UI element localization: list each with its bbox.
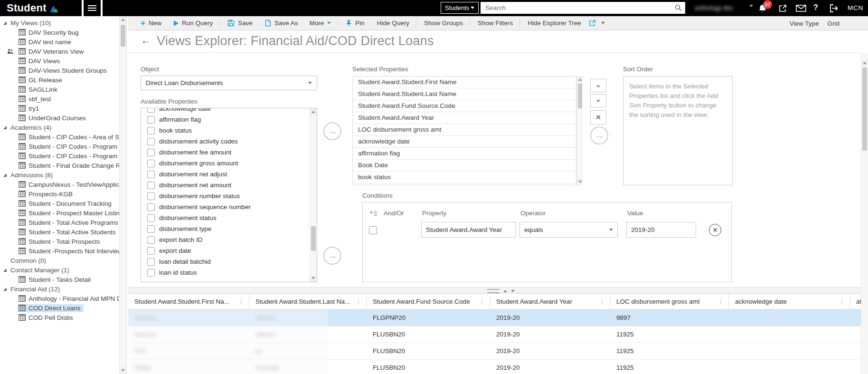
more-button[interactable]: More: [310, 19, 331, 27]
grid-column-header[interactable]: acknowledge date⋮: [729, 294, 850, 310]
tree-item[interactable]: Student - Prospect Master Listing: [0, 208, 119, 218]
checkbox[interactable]: [147, 127, 155, 134]
view-type-control[interactable]: View Type Grid: [790, 16, 840, 30]
tree-item[interactable]: Student - Tasks Detail: [0, 275, 119, 284]
selected-property-item[interactable]: Student Award.Fund Source.Code: [353, 100, 576, 112]
move-property-down-button[interactable]: [590, 94, 606, 107]
tree-item[interactable]: Student - Document Tracking: [0, 199, 119, 208]
available-property-row[interactable]: disbursement number status: [141, 191, 311, 201]
checkbox[interactable]: [147, 258, 155, 266]
grid-column-header[interactable]: Student Award.Student.First Na...⋮: [128, 294, 249, 310]
column-menu-icon[interactable]: ⋮: [717, 294, 724, 309]
selected-property-item[interactable]: Student Award.Student.Last Name: [353, 88, 576, 100]
tree-group[interactable]: Admissions (8): [0, 170, 119, 180]
available-property-row[interactable]: export date: [141, 245, 311, 256]
hamburger-menu-button[interactable]: [84, 0, 101, 16]
scroll-up-button[interactable]: [861, 59, 868, 67]
available-property-row[interactable]: book status: [141, 125, 311, 136]
tree-group[interactable]: Academics (4): [0, 123, 119, 132]
help-icon[interactable]: ?: [813, 3, 818, 12]
tree-item[interactable]: DAV Views: [0, 56, 119, 66]
tree-item[interactable]: Student - Total Active Students: [0, 227, 119, 237]
tree-group[interactable]: Financial Aid (12): [0, 284, 119, 294]
column-menu-icon[interactable]: ⋮: [839, 294, 845, 309]
available-property-row[interactable]: export batch ID: [141, 234, 311, 245]
column-menu-icon[interactable]: ⋮: [479, 294, 485, 309]
search-scope-select[interactable]: Students: [441, 2, 479, 14]
save-as-button[interactable]: Save As: [265, 19, 298, 27]
scroll-up-button[interactable]: [310, 108, 317, 115]
remove-condition-button[interactable]: ✕: [709, 224, 721, 236]
tree-item[interactable]: DAV Security bug: [0, 28, 119, 37]
tree-item[interactable]: CampusNexus - TestViewApplicar: [0, 180, 119, 189]
table-row[interactable]: GillianArquiolaFLUSBN202019-2011925: [128, 360, 861, 374]
tree-item[interactable]: SAGLLink: [0, 85, 119, 94]
add-property-button[interactable]: →: [323, 122, 341, 140]
tree-item[interactable]: DAV test name: [0, 37, 119, 47]
column-menu-icon[interactable]: ⋮: [238, 294, 245, 309]
available-property-row[interactable]: loan id status: [141, 267, 311, 278]
condition-row-checkbox[interactable]: [369, 226, 377, 234]
tree-item[interactable]: try1: [0, 104, 119, 113]
add-sort-property-button[interactable]: →: [590, 126, 608, 144]
checkbox[interactable]: [147, 160, 155, 167]
grid-column-header[interactable]: affir⋮: [850, 294, 861, 310]
run-query-button[interactable]: Run Query: [174, 19, 213, 27]
brand-logo[interactable]: Student: [0, 0, 82, 16]
selected-property-item[interactable]: affirmation flag: [353, 148, 576, 160]
tree-expander-icon[interactable]: [3, 269, 7, 272]
checkbox[interactable]: [147, 108, 155, 113]
available-property-row[interactable]: acknowledge date: [141, 108, 311, 114]
checkbox[interactable]: [147, 269, 155, 277]
available-list-scrollbar[interactable]: [310, 108, 317, 282]
table-row[interactable]: JenniceAlbertsFLGPNP202019-209897: [128, 310, 861, 326]
tree-item[interactable]: Student - Total Prospects: [0, 237, 119, 246]
tree-item[interactable]: COD Pell Disbs: [0, 313, 119, 322]
available-property-row[interactable]: disbursement activity codes: [141, 136, 311, 147]
tree-item[interactable]: Anthology - Financial Aid MPN De: [0, 294, 119, 303]
selected-property-item[interactable]: Student Award.Award Year: [353, 112, 576, 124]
selected-property-item[interactable]: Student Award.Student.First Name: [353, 77, 576, 88]
column-menu-icon[interactable]: ⋮: [599, 294, 605, 309]
available-property-row[interactable]: disbursement status: [141, 212, 311, 223]
scroll-down-button[interactable]: [577, 178, 583, 185]
checkbox[interactable]: [147, 116, 155, 124]
selected-property-item[interactable]: Book Date: [353, 160, 576, 172]
column-menu-icon[interactable]: ⋮: [355, 294, 362, 309]
open-new-window-icon[interactable]: [778, 4, 787, 13]
checkbox[interactable]: [147, 138, 155, 145]
available-property-row[interactable]: affirmation flag: [141, 114, 311, 125]
tree-item[interactable]: Student - CIP Codes - Area of Stu: [0, 132, 119, 142]
save-button[interactable]: Save: [227, 19, 253, 27]
condition-value-input[interactable]: [626, 222, 696, 238]
hide-query-button[interactable]: Hide Query: [377, 19, 409, 27]
selected-property-item[interactable]: acknowledge date: [353, 136, 576, 148]
checkbox[interactable]: [147, 171, 155, 178]
scroll-down-button[interactable]: [120, 367, 126, 374]
available-property-row[interactable]: disbursement net adjust: [141, 169, 311, 180]
logout-icon[interactable]: [829, 4, 839, 13]
scroll-up-button[interactable]: [577, 76, 583, 83]
add-condition-row-icon[interactable]: [369, 210, 377, 219]
tree-group[interactable]: My Views (10): [0, 18, 119, 28]
object-select[interactable]: Direct Loan Disbursements: [141, 76, 317, 90]
available-property-row[interactable]: disbursement gross amount: [141, 158, 311, 169]
new-button[interactable]: + New: [141, 19, 161, 27]
available-property-row[interactable]: disbursement net amount: [141, 180, 311, 191]
tree-expander-icon[interactable]: [3, 173, 7, 177]
tree-item[interactable]: DAV-Views Student Groups: [0, 66, 119, 75]
checkbox[interactable]: [147, 236, 155, 244]
hide-explorer-tree-button[interactable]: Hide Explorer Tree: [528, 19, 581, 27]
condition-operator-select[interactable]: equals: [519, 222, 618, 238]
show-groups-button[interactable]: Show Groups: [424, 19, 463, 27]
available-property-row[interactable]: disbursement sequence number: [141, 201, 311, 212]
main-scrollbar[interactable]: [861, 53, 868, 374]
tree-expander-icon[interactable]: [3, 21, 7, 25]
grid-column-header[interactable]: Student Award.Student.Last Na...⋮: [249, 294, 367, 310]
tree-item[interactable]: Student - CIP Codes - Program Ve: [0, 151, 119, 161]
tree-item[interactable]: Student - Final Grade Change Rea: [0, 161, 119, 170]
tree-item[interactable]: DAV Veterans View: [0, 47, 119, 56]
checkbox[interactable]: [147, 203, 155, 211]
tree-group[interactable]: Common (0): [0, 256, 119, 265]
checkbox[interactable]: [147, 225, 155, 233]
